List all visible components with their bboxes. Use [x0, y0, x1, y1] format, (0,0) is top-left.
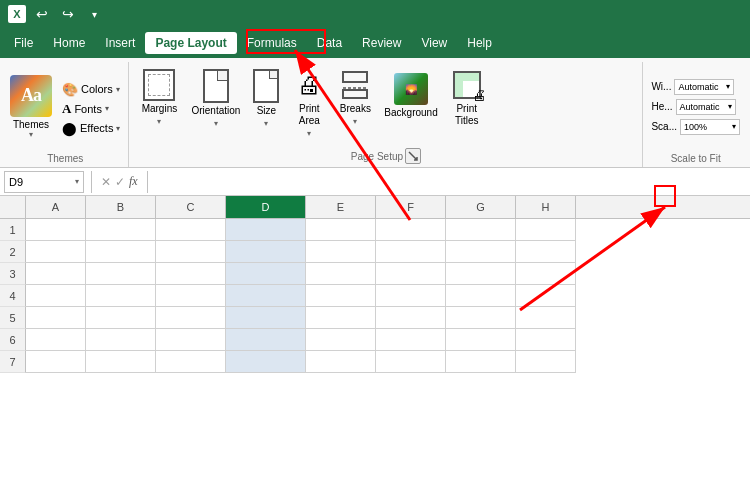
cell-a5[interactable] [26, 307, 86, 329]
cell-d2[interactable] [226, 241, 306, 263]
print-area-button[interactable]: 🖨 PrintArea ▾ [286, 66, 332, 141]
cell-c7[interactable] [156, 351, 226, 373]
name-box[interactable]: D9 ▾ [4, 171, 84, 193]
col-header-b[interactable]: B [86, 196, 156, 218]
cell-e6[interactable] [306, 329, 376, 351]
cell-e4[interactable] [306, 285, 376, 307]
quick-access-dropdown[interactable]: ▾ [84, 4, 104, 24]
menu-page-layout[interactable]: Page Layout [145, 32, 236, 54]
scale-input[interactable]: 100%▾ [680, 119, 740, 135]
col-header-d[interactable]: D [226, 196, 306, 218]
width-select[interactable]: Automatic▾ [674, 79, 734, 95]
col-header-f[interactable]: F [376, 196, 446, 218]
cell-c6[interactable] [156, 329, 226, 351]
row-header-7[interactable]: 7 [0, 351, 26, 373]
cell-e1[interactable] [306, 219, 376, 241]
menu-help[interactable]: Help [457, 32, 502, 54]
cell-h2[interactable] [516, 241, 576, 263]
cell-a2[interactable] [26, 241, 86, 263]
row-header-3[interactable]: 3 [0, 263, 26, 285]
row-header-4[interactable]: 4 [0, 285, 26, 307]
cell-a6[interactable] [26, 329, 86, 351]
cell-d3[interactable] [226, 263, 306, 285]
cell-f6[interactable] [376, 329, 446, 351]
menu-insert[interactable]: Insert [95, 32, 145, 54]
cell-a4[interactable] [26, 285, 86, 307]
cell-d4[interactable] [226, 285, 306, 307]
margins-button[interactable]: Margins ▾ [133, 66, 185, 129]
cell-e7[interactable] [306, 351, 376, 373]
cell-a7[interactable] [26, 351, 86, 373]
cell-e5[interactable] [306, 307, 376, 329]
cell-h7[interactable] [516, 351, 576, 373]
cell-b5[interactable] [86, 307, 156, 329]
cell-h4[interactable] [516, 285, 576, 307]
breaks-button[interactable]: Breaks ▾ [332, 66, 378, 129]
cell-c2[interactable] [156, 241, 226, 263]
cell-f4[interactable] [376, 285, 446, 307]
row-header-1[interactable]: 1 [0, 219, 26, 241]
cell-h6[interactable] [516, 329, 576, 351]
menu-formulas[interactable]: Formulas [237, 32, 307, 54]
menu-review[interactable]: Review [352, 32, 411, 54]
cell-h3[interactable] [516, 263, 576, 285]
themes-button[interactable]: Aa Themes ▾ [6, 71, 56, 143]
cell-g4[interactable] [446, 285, 516, 307]
insert-function-icon[interactable]: fx [129, 174, 138, 189]
cell-b7[interactable] [86, 351, 156, 373]
colors-button[interactable]: 🎨 Colors ▾ [58, 80, 124, 99]
cell-g7[interactable] [446, 351, 516, 373]
size-button[interactable]: Size ▾ [246, 66, 286, 131]
col-header-a[interactable]: A [26, 196, 86, 218]
cell-b1[interactable] [86, 219, 156, 241]
menu-file[interactable]: File [4, 32, 43, 54]
col-header-e[interactable]: E [306, 196, 376, 218]
col-header-c[interactable]: C [156, 196, 226, 218]
cell-f1[interactable] [376, 219, 446, 241]
cell-a1[interactable] [26, 219, 86, 241]
cell-d1[interactable] [226, 219, 306, 241]
cell-h1[interactable] [516, 219, 576, 241]
cell-e3[interactable] [306, 263, 376, 285]
cell-b4[interactable] [86, 285, 156, 307]
effects-button[interactable]: ⬤ Effects ▾ [58, 119, 124, 138]
cell-c4[interactable] [156, 285, 226, 307]
row-header-5[interactable]: 5 [0, 307, 26, 329]
page-setup-dialog-launcher[interactable] [405, 148, 421, 164]
formula-input[interactable] [151, 176, 750, 188]
orientation-button[interactable]: Orientation ▾ [185, 66, 246, 131]
cell-g1[interactable] [446, 219, 516, 241]
cell-d5[interactable] [226, 307, 306, 329]
cell-f7[interactable] [376, 351, 446, 373]
height-select[interactable]: Automatic▾ [676, 99, 736, 115]
cell-d6[interactable] [226, 329, 306, 351]
cell-g3[interactable] [446, 263, 516, 285]
col-header-h[interactable]: H [516, 196, 576, 218]
print-titles-button[interactable]: 🖨 PrintTitles [444, 66, 490, 130]
cell-c5[interactable] [156, 307, 226, 329]
col-header-g[interactable]: G [446, 196, 516, 218]
cell-b6[interactable] [86, 329, 156, 351]
cell-f3[interactable] [376, 263, 446, 285]
background-button[interactable]: 🌄 Background [378, 66, 443, 126]
menu-data[interactable]: Data [307, 32, 352, 54]
fonts-button[interactable]: A Fonts ▾ [58, 99, 124, 119]
cell-c3[interactable] [156, 263, 226, 285]
cell-a3[interactable] [26, 263, 86, 285]
cell-d7[interactable] [226, 351, 306, 373]
cell-b2[interactable] [86, 241, 156, 263]
cell-g6[interactable] [446, 329, 516, 351]
cell-g5[interactable] [446, 307, 516, 329]
undo-button[interactable]: ↩ [32, 4, 52, 24]
redo-button[interactable]: ↪ [58, 4, 78, 24]
cell-h5[interactable] [516, 307, 576, 329]
row-header-2[interactable]: 2 [0, 241, 26, 263]
cell-b3[interactable] [86, 263, 156, 285]
menu-home[interactable]: Home [43, 32, 95, 54]
cell-e2[interactable] [306, 241, 376, 263]
row-header-6[interactable]: 6 [0, 329, 26, 351]
confirm-formula-icon[interactable]: ✓ [115, 175, 125, 189]
cell-g2[interactable] [446, 241, 516, 263]
menu-view[interactable]: View [411, 32, 457, 54]
cell-f2[interactable] [376, 241, 446, 263]
